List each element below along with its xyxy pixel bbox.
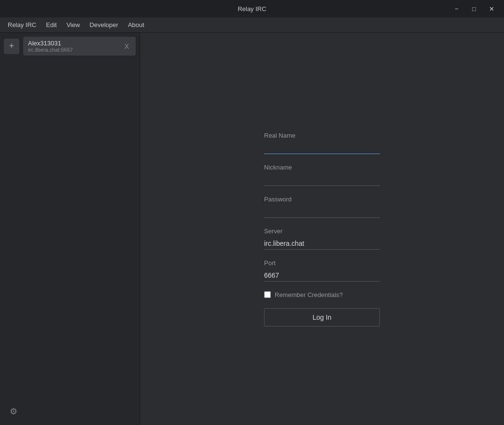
remember-credentials-checkbox[interactable] <box>264 291 271 298</box>
port-group: Port <box>264 259 380 282</box>
password-group: Password <box>264 196 380 218</box>
sidebar-header: + Alex313031 irc.libera.chat:6667 X <box>4 37 136 56</box>
main-layout: + Alex313031 irc.libera.chat:6667 X ⚙ Re… <box>0 33 504 425</box>
close-button[interactable]: ✕ <box>485 3 498 14</box>
connection-item[interactable]: Alex313031 irc.libera.chat:6667 X <box>23 37 136 56</box>
menu-edit[interactable]: Edit <box>42 19 60 30</box>
settings-button[interactable]: ⚙ <box>6 404 21 419</box>
nickname-group: Nickname <box>264 164 380 186</box>
sidebar-bottom: ⚙ <box>0 398 140 425</box>
nickname-label: Nickname <box>264 164 380 171</box>
connection-close-button[interactable]: X <box>123 42 131 51</box>
menu-relay-irc[interactable]: Relay IRC <box>4 19 40 30</box>
window-title: Relay IRC <box>238 5 266 13</box>
login-button[interactable]: Log In <box>264 308 380 326</box>
login-form: Real Name Nickname Password Server Port <box>264 132 380 326</box>
server-input[interactable] <box>264 238 380 250</box>
window-controls: − □ ✕ <box>450 3 498 14</box>
menu-bar: Relay IRC Edit View Developer About <box>0 17 504 33</box>
content-area: Real Name Nickname Password Server Port <box>140 33 504 425</box>
menu-about[interactable]: About <box>124 19 148 30</box>
connection-name: Alex313031 <box>28 40 73 47</box>
remember-credentials-row: Remember Credentials? <box>264 291 380 298</box>
real-name-input[interactable] <box>264 142 380 154</box>
server-label: Server <box>264 227 380 235</box>
password-input[interactable] <box>264 206 380 218</box>
remember-credentials-label: Remember Credentials? <box>275 291 343 298</box>
menu-developer[interactable]: Developer <box>86 19 122 30</box>
gear-icon: ⚙ <box>10 406 17 417</box>
server-group: Server <box>264 227 380 250</box>
port-label: Port <box>264 259 380 267</box>
menu-view[interactable]: View <box>63 19 84 30</box>
sidebar: + Alex313031 irc.libera.chat:6667 X ⚙ <box>0 33 140 425</box>
connection-info: Alex313031 irc.libera.chat:6667 <box>28 40 73 53</box>
connection-server: irc.libera.chat:6667 <box>28 47 73 53</box>
add-connection-button[interactable]: + <box>4 39 19 54</box>
real-name-group: Real Name <box>264 132 380 154</box>
title-bar: Relay IRC − □ ✕ <box>0 0 504 17</box>
nickname-input[interactable] <box>264 174 380 186</box>
password-label: Password <box>264 196 380 203</box>
port-input[interactable] <box>264 269 380 282</box>
real-name-label: Real Name <box>264 132 380 139</box>
minimize-button[interactable]: − <box>450 3 463 14</box>
sidebar-top: + Alex313031 irc.libera.chat:6667 X <box>0 33 140 61</box>
maximize-button[interactable]: □ <box>467 3 481 14</box>
